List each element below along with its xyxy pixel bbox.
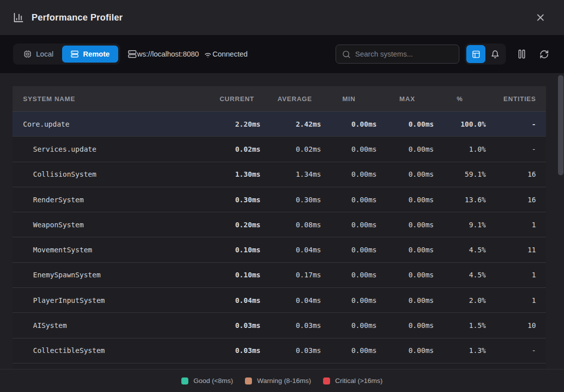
metric-cell: 0.03ms bbox=[200, 346, 260, 354]
metric-cell: 1 bbox=[486, 271, 536, 279]
column-header[interactable]: MAX bbox=[377, 95, 434, 103]
bar-chart-icon bbox=[13, 12, 24, 23]
metric-cell: 0.04ms bbox=[260, 296, 321, 304]
metric-cell: - bbox=[486, 145, 536, 153]
metric-cell: 0.00ms bbox=[321, 120, 377, 128]
metric-cell: 0.00ms bbox=[377, 196, 434, 204]
metric-cell: 0.00ms bbox=[377, 246, 434, 254]
pause-button[interactable] bbox=[517, 49, 526, 60]
table-row[interactable]: EnemySpawnSystem0.10ms0.17ms0.00ms0.00ms… bbox=[13, 262, 546, 287]
metric-cell: 0.10ms bbox=[200, 271, 260, 279]
local-button[interactable]: Local bbox=[15, 46, 62, 63]
metric-cell: 0.17ms bbox=[260, 271, 321, 279]
view-toggle-group bbox=[465, 44, 506, 65]
system-name-cell: EnemySpawnSystem bbox=[13, 271, 200, 279]
refresh-button[interactable] bbox=[539, 50, 549, 59]
table-layout-icon bbox=[472, 50, 480, 59]
metric-cell: 0.03ms bbox=[260, 321, 321, 329]
table-row[interactable]: PlayerInputSystem0.04ms0.04ms0.00ms0.00m… bbox=[13, 287, 546, 312]
metric-cell: 1 bbox=[486, 221, 536, 229]
metric-cell: 0.02ms bbox=[200, 145, 260, 153]
table-row[interactable]: Core.update2.20ms2.42ms0.00ms0.00ms100.0… bbox=[13, 111, 546, 136]
column-header[interactable]: ENTITIES bbox=[486, 95, 536, 103]
metric-cell: 0.10ms bbox=[200, 246, 260, 254]
table-row[interactable]: RenderSystem0.30ms0.30ms0.00ms0.00ms13.6… bbox=[13, 187, 546, 212]
column-header[interactable]: % bbox=[434, 95, 486, 103]
metric-cell: 0.00ms bbox=[321, 296, 377, 304]
metric-cell: 0.08ms bbox=[260, 221, 321, 229]
local-button-label: Local bbox=[36, 50, 54, 58]
system-name-cell: AISystem bbox=[13, 321, 200, 329]
metric-cell: 1.3% bbox=[434, 346, 486, 354]
table-row[interactable]: MovementSystem0.10ms0.04ms0.00ms0.00ms4.… bbox=[13, 237, 546, 262]
metric-cell: 4.5% bbox=[434, 246, 486, 254]
metric-cell: 0.02ms bbox=[260, 145, 321, 153]
metric-cell: 0.03ms bbox=[260, 346, 321, 354]
server-icon bbox=[128, 50, 137, 59]
metric-cell: 13.6% bbox=[434, 196, 486, 204]
websocket-url-label: ws://localhost:8080 bbox=[137, 50, 199, 58]
connection-status: Connected bbox=[203, 50, 247, 59]
server-icon bbox=[71, 50, 79, 58]
table-area: SYSTEM NAMECURRENTAVERAGEMINMAX%ENTITIES… bbox=[0, 73, 564, 369]
metric-cell: 0.00ms bbox=[321, 321, 377, 329]
metric-cell: - bbox=[486, 120, 536, 128]
legend-item: Critical (>16ms) bbox=[323, 377, 383, 384]
metric-cell: 1.5% bbox=[434, 321, 486, 329]
metric-cell: 1.0% bbox=[434, 145, 486, 153]
pause-icon bbox=[517, 49, 526, 60]
page-title: Performance Profiler bbox=[32, 13, 123, 23]
column-header[interactable]: AVERAGE bbox=[260, 95, 321, 103]
wifi-icon bbox=[203, 50, 212, 59]
legend-label: Critical (>16ms) bbox=[335, 377, 383, 384]
scrollbar-thumb[interactable] bbox=[558, 75, 563, 175]
legend-swatch bbox=[323, 377, 330, 384]
table-row[interactable]: CollisionSystem1.30ms1.34ms0.00ms0.00ms5… bbox=[13, 162, 546, 187]
remote-button-label: Remote bbox=[83, 50, 110, 58]
table-header-row: SYSTEM NAMECURRENTAVERAGEMINMAX%ENTITIES bbox=[13, 86, 546, 111]
system-name-cell: RenderSystem bbox=[13, 196, 200, 204]
metric-cell: 2.42ms bbox=[260, 120, 321, 128]
metric-cell: 0.00ms bbox=[321, 145, 377, 153]
alerts-button[interactable] bbox=[485, 45, 504, 63]
column-header[interactable]: CURRENT bbox=[200, 95, 260, 103]
close-icon[interactable] bbox=[534, 11, 547, 24]
remote-button[interactable]: Remote bbox=[62, 46, 118, 63]
table-row[interactable]: CollectibleSystem0.03ms0.03ms0.00ms0.00m… bbox=[13, 338, 546, 363]
metric-cell: 1.30ms bbox=[200, 170, 260, 178]
system-name-cell: WeaponSystem bbox=[13, 221, 200, 229]
metric-cell: 0.30ms bbox=[260, 196, 321, 204]
metric-cell: 0.00ms bbox=[377, 271, 434, 279]
connection-mode-switch: Local Remote bbox=[13, 44, 120, 65]
table-view-button[interactable] bbox=[466, 45, 485, 63]
column-header[interactable]: MIN bbox=[321, 95, 377, 103]
metric-cell: 0.00ms bbox=[377, 145, 434, 153]
metric-cell: 1.34ms bbox=[260, 170, 321, 178]
websocket-url: ws://localhost:8080 bbox=[128, 50, 199, 59]
cpu-icon bbox=[24, 50, 32, 58]
metric-cell: 0.00ms bbox=[321, 170, 377, 178]
metric-cell: 16 bbox=[486, 196, 536, 204]
metric-cell: 1 bbox=[486, 296, 536, 304]
metric-cell: 0.00ms bbox=[321, 346, 377, 354]
metric-cell: 0.00ms bbox=[377, 296, 434, 304]
system-name-cell: Services.update bbox=[13, 145, 200, 153]
systems-table: SYSTEM NAMECURRENTAVERAGEMINMAX%ENTITIES… bbox=[13, 86, 546, 369]
table-row[interactable]: Services.update0.02ms0.02ms0.00ms0.00ms1… bbox=[13, 136, 546, 161]
search-input[interactable] bbox=[355, 50, 453, 58]
metric-cell: 0.00ms bbox=[377, 170, 434, 178]
system-name-cell: Core.update bbox=[13, 120, 200, 128]
search-icon bbox=[342, 50, 351, 59]
legend-item: Good (<8ms) bbox=[181, 377, 233, 384]
table-row[interactable]: WeaponSystem0.20ms0.08ms0.00ms0.00ms9.1%… bbox=[13, 212, 546, 237]
table-row[interactable]: AISystem0.03ms0.03ms0.00ms0.00ms1.5%10 bbox=[13, 312, 546, 337]
metric-cell: 0.00ms bbox=[321, 271, 377, 279]
legend-swatch bbox=[245, 377, 252, 384]
refresh-icon bbox=[539, 50, 549, 59]
metric-cell: 0.00ms bbox=[321, 196, 377, 204]
metric-cell: 100.0% bbox=[434, 120, 486, 128]
metric-cell: - bbox=[486, 346, 536, 354]
bell-icon bbox=[491, 50, 499, 59]
column-header[interactable]: SYSTEM NAME bbox=[13, 95, 200, 103]
legend-label: Good (<8ms) bbox=[193, 377, 233, 384]
